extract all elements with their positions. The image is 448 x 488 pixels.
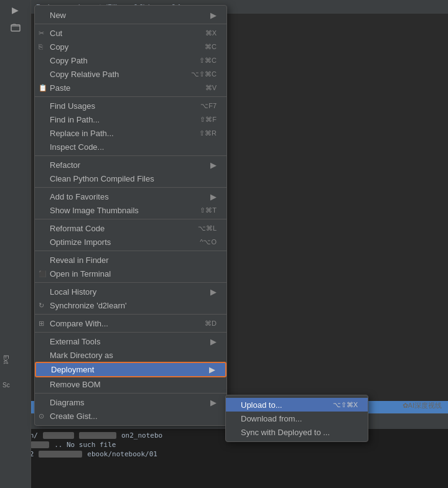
submenu-label-sync-deployed: Sync with Deployed to ... [241,428,358,437]
menu-item-reformat[interactable]: Reformat Code ⌥⌘L [35,221,226,235]
submenu-label-download-from: Download from... [241,414,358,423]
shortcut-replace-in-path: ⇧⌘R [199,129,217,137]
compare-icon: ⊞ [39,320,50,328]
blurred-d [39,451,82,458]
menu-item-synchronize[interactable]: ↻ Synchronize 'd2learn' [35,298,226,312]
submenu-item-download-from[interactable]: Download from... [226,412,368,425]
separator-6 [35,251,226,251]
menu-label-show-image: Show Image Thumbnails [50,206,187,215]
terminal-icon: ⬛ [39,270,50,277]
menu-item-paste[interactable]: 📋 Paste ⌘V [35,81,226,94]
menu-label-add-favorites: Add to Favorites [50,192,205,201]
menu-label-optimize-imports: Optimize Imports [50,237,187,247]
menu-item-copy-path[interactable]: Copy Path ⇧⌘C [35,53,226,67]
menu-label-replace-in-path: Replace in Path... [50,129,187,138]
menu-item-replace-in-path[interactable]: Replace in Path... ⇧⌘R [35,126,226,140]
separator-10 [35,393,226,394]
menu-item-open-terminal[interactable]: ⬛ Open in Terminal [35,267,226,280]
menu-item-create-gist[interactable]: ⊙ Create Gist... [35,409,226,423]
menu-item-external-tools[interactable]: External Tools ▶ [35,334,226,348]
menu-item-inspect-code[interactable]: Inspect Code... [35,140,226,154]
menu-label-diagrams: Diagrams [50,398,205,407]
menu-item-mark-directory[interactable]: Mark Directory as [35,348,226,362]
blurred-b [79,432,116,439]
submenu-label-upload-to: Upload to... [241,400,320,410]
menu-label-reveal-finder: Reveal in Finder [50,256,217,265]
menu-label-reformat: Reformat Code [50,224,185,233]
blurred-c [30,441,49,448]
submenu-arrow-new: ▶ [210,11,217,20]
panel-row-2: notem .. No such file [5,441,443,449]
copy-icon: ⎘ [39,43,50,50]
shortcut-optimize-imports: ^⌥O [200,238,217,246]
separator-2 [35,96,226,97]
menu-item-copy-relative-path[interactable]: Copy Relative Path ⌥⇧⌘C [35,67,226,81]
menu-label-compare-with: Compare With... [50,319,192,328]
menu-item-add-favorites[interactable]: Add to Favorites ▶ [35,190,226,203]
paste-icon: 📋 [39,84,50,92]
shortcut-copy-relative-path: ⌥⇧⌘C [191,70,217,78]
separator-1 [35,24,226,24]
submenu-arrow-refactor: ▶ [210,160,217,170]
watermark: ✿AI深度视线 [403,401,442,410]
menu-label-synchronize: Synchronize 'd2learn' [50,301,217,310]
context-menu: New ▶ ✂ Cut ⌘X ⎘ Copy ⌘C Copy Path ⇧⌘C C… [34,5,227,426]
separator-8 [35,314,226,315]
panel-row-1: /al/bin/ on2_notebo [5,431,443,440]
shortcut-find-in-path: ⇧⌘F [200,116,217,124]
menu-item-new[interactable]: New ▶ [35,8,226,22]
separator-5 [35,219,226,219]
github-icon: ⊙ [39,412,50,420]
menu-label-cut: Cut [50,29,193,38]
menu-label-external-tools: External Tools [50,337,205,346]
sidebar-folder-icon[interactable] [8,20,23,35]
submenu-arrow-deployment: ▶ [209,365,215,374]
submenu-item-sync-deployed[interactable]: Sync with Deployed to ... [226,425,368,439]
menu-label-paste: Paste [50,83,193,93]
submenu-item-upload-to[interactable]: Upload to... ⌥⇧⌘X [226,398,368,412]
separator-4 [35,187,226,188]
panel-content: /al/bin/ on2_notebo notem .. No such fil… [0,429,448,461]
menu-item-refactor[interactable]: Refactor ▶ [35,158,226,172]
menu-item-copy[interactable]: ⎘ Copy ⌘C [35,40,226,53]
submenu-arrow-diagrams: ▶ [210,398,217,407]
menu-item-show-image[interactable]: Show Image Thumbnails ⇧⌘T [35,203,226,217]
menu-label-create-gist: Create Gist... [50,412,217,421]
menu-label-copy-path: Copy Path [50,56,187,65]
menu-item-find-in-path[interactable]: Find in Path... ⇧⌘F [35,113,226,126]
menu-label-open-terminal: Open in Terminal [50,269,217,279]
sidebar-run-icon[interactable]: ▶ [8,2,23,17]
menu-label-find-usages: Find Usages [50,101,188,111]
shortcut-paste: ⌘V [205,84,217,92]
menu-item-cut[interactable]: ✂ Cut ⌘X [35,26,226,40]
menu-item-find-usages[interactable]: Find Usages ⌥F7 [35,99,226,113]
menu-label-find-in-path: Find in Path... [50,115,187,124]
menu-label-clean-python: Clean Python Compiled Files [50,174,217,183]
menu-label-new: New [50,11,205,20]
menu-item-remove-bom[interactable]: Remove BOM [35,377,226,391]
shortcut-cut: ⌘X [205,29,217,37]
shortcut-upload-to: ⌥⇧⌘X [333,401,358,409]
shortcut-show-image: ⇧⌘T [200,206,217,214]
panel-text-2: .. No such file [54,441,116,449]
menu-label-deployment: Deployment [51,365,204,374]
panel-text-1: on2_notebo [121,431,162,440]
menu-item-diagrams[interactable]: Diagrams ▶ [35,395,226,409]
menu-item-optimize-imports[interactable]: Optimize Imports ^⌥O [35,235,226,249]
shortcut-copy-path: ⇧⌘C [199,57,217,65]
shortcut-copy: ⌘C [205,43,217,51]
sync-icon: ↻ [39,302,50,310]
separator-7 [35,282,226,283]
sc-label: Sc [2,382,10,389]
scissors-icon: ✂ [39,29,50,37]
menu-item-clean-python[interactable]: Clean Python Compiled Files [35,172,226,185]
menu-item-compare-with[interactable]: ⊞ Compare With... ⌘D [35,316,226,330]
menu-item-local-history[interactable]: Local History ▶ [35,285,226,298]
submenu-arrow-history: ▶ [210,287,217,297]
left-sidebar: ▶ Ext Sc [0,0,31,488]
menu-item-deployment[interactable]: Deployment ▶ [35,362,226,377]
submenu-arrow-favorites: ▶ [210,192,217,201]
menu-item-reveal-finder[interactable]: Reveal in Finder [35,253,226,267]
submenu-arrow-external-tools: ▶ [210,337,217,346]
menu-label-local-history: Local History [50,287,205,297]
